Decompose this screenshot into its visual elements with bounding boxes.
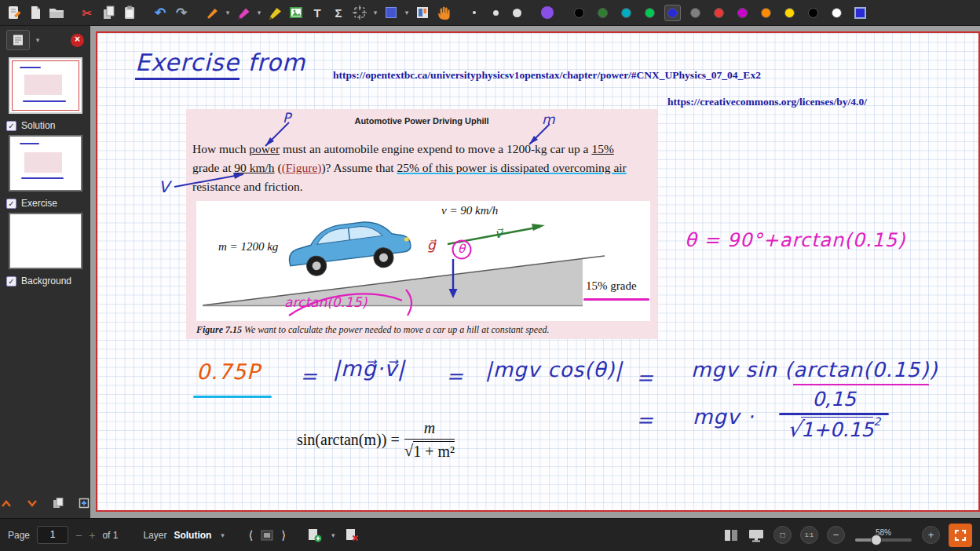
page-number-input[interactable]: 1 <box>37 526 68 544</box>
stroke-medium-icon <box>493 10 499 16</box>
shape-options-chevron[interactable]: ▾ <box>403 9 411 16</box>
eraser-icon <box>267 5 283 20</box>
zoom-out-button[interactable]: − <box>827 526 845 544</box>
move-layer-up-button[interactable] <box>0 494 16 512</box>
check-icon: ✓ <box>8 199 14 208</box>
highlighter-tool-button[interactable] <box>234 2 253 23</box>
layer-thumbnail[interactable] <box>9 135 82 192</box>
color-swatch[interactable] <box>784 8 795 18</box>
color-swatch[interactable] <box>737 8 748 18</box>
equals-sign: = <box>300 364 318 388</box>
color-swatch-selected[interactable] <box>664 5 681 21</box>
merge-icon <box>78 497 90 509</box>
statusbar-right: □ 1:1 − 58% + <box>723 524 972 547</box>
pen-tool-button[interactable] <box>203 2 221 23</box>
heading-word: from <box>247 49 305 76</box>
redo-button[interactable]: ↷ <box>172 2 191 23</box>
color-swatch[interactable] <box>621 8 631 18</box>
paste-button[interactable] <box>120 2 139 23</box>
stroke-fine-button[interactable] <box>465 2 484 23</box>
figure-link[interactable]: (Figure) <box>282 161 322 174</box>
preview-panel-button[interactable] <box>6 30 30 50</box>
zoom-slider-handle[interactable] <box>871 535 882 546</box>
color-swatch[interactable] <box>574 8 584 18</box>
eraser-tool-button[interactable] <box>265 2 284 23</box>
current-layer-dropdown[interactable]: Solution <box>174 530 211 541</box>
layout-view-icon <box>415 5 430 20</box>
copy-button[interactable] <box>99 2 118 23</box>
zoom-in-button[interactable]: + <box>922 526 940 544</box>
color-picker-button[interactable] <box>538 2 557 23</box>
add-layer-button[interactable] <box>306 527 322 543</box>
car-illustration <box>286 217 413 279</box>
close-sidebar-button[interactable]: × <box>71 34 84 47</box>
selection-options-chevron[interactable]: ▾ <box>371 9 379 16</box>
layer-dropdown-chevron[interactable]: ▾ <box>218 531 226 539</box>
zoom-fit-button[interactable]: □ <box>773 526 792 544</box>
layer-row-exercise[interactable]: ✓ Exercise <box>0 192 90 209</box>
layer-label: Background <box>21 276 71 286</box>
page-increment-button[interactable]: + <box>89 529 95 542</box>
move-layer-down-button[interactable] <box>23 494 42 512</box>
layer-checkbox[interactable]: ✓ <box>6 276 16 286</box>
copy-icon <box>101 5 116 20</box>
color-picker-icon <box>541 6 554 19</box>
color-swatch[interactable] <box>761 8 771 18</box>
latex-lhs: sin(arctan(m)) = <box>297 431 400 449</box>
page-thumbnail[interactable] <box>9 57 82 114</box>
layer-checkbox[interactable]: ✓ <box>6 121 16 131</box>
next-layer-button[interactable]: ⟩ <box>281 528 286 542</box>
zoom-slider[interactable] <box>855 538 912 542</box>
page-decrement-button[interactable]: − <box>75 529 82 542</box>
text-tool-button[interactable]: T <box>308 2 327 23</box>
image-tool-button[interactable] <box>287 2 305 23</box>
layout-view-button[interactable] <box>413 2 432 23</box>
math-tex-tool-button[interactable]: Σ <box>329 2 348 23</box>
canvas-page[interactable]: Exercise from https://opentextbc.ca/univ… <box>96 31 980 512</box>
layer-preview-icon[interactable] <box>260 529 274 542</box>
source-link[interactable]: https://opentextbc.ca/universityphysicsv… <box>333 69 761 82</box>
add-layer-chevron[interactable]: ▾ <box>329 531 337 539</box>
open-folder-button[interactable] <box>47 2 66 23</box>
selection-tool-button[interactable] <box>350 2 369 23</box>
dual-page-view-button[interactable] <box>723 528 739 542</box>
journal-button[interactable] <box>5 2 24 23</box>
arctan-annotation: arctan(0.15) <box>284 294 367 310</box>
new-page-button[interactable] <box>26 2 45 23</box>
license-link[interactable]: https://creativecommons.org/licenses/by/… <box>667 96 867 108</box>
merge-layer-button[interactable] <box>75 494 93 512</box>
delete-layer-button[interactable] <box>344 527 360 543</box>
new-page-icon <box>27 5 43 20</box>
undo-button[interactable]: ↶ <box>151 2 170 23</box>
thumbnail-stroke <box>20 143 39 144</box>
layer-checkbox[interactable]: ✓ <box>6 199 16 209</box>
preview-panel-chevron[interactable]: ▾ <box>34 36 42 44</box>
cut-button[interactable]: ✂ <box>78 2 97 23</box>
shape-tool-button[interactable] <box>382 2 400 23</box>
problem-title: Automotive Power Driving Uphill <box>186 109 657 126</box>
presentation-mode-button[interactable] <box>748 528 765 542</box>
layer-label: Solution <box>21 120 55 131</box>
previous-layer-button[interactable]: ⟨ <box>248 528 253 542</box>
color-swatch[interactable] <box>645 8 655 18</box>
highlighter-options-chevron[interactable]: ▾ <box>255 9 263 16</box>
custom-color-button[interactable] <box>854 7 866 19</box>
color-swatch[interactable] <box>598 8 608 18</box>
stroke-medium-button[interactable] <box>486 2 505 23</box>
fullscreen-button[interactable] <box>949 524 972 547</box>
hand-tool-button[interactable] <box>434 2 453 23</box>
duplicate-layer-button[interactable] <box>49 494 68 512</box>
layer-row-background[interactable]: ✓ Background <box>0 269 90 286</box>
latex-fraction: m √1 + m² <box>404 419 455 461</box>
stroke-thick-button[interactable] <box>507 2 526 23</box>
color-swatch[interactable] <box>690 8 700 18</box>
pen-options-chevron[interactable]: ▾ <box>224 9 232 16</box>
layer-row-solution[interactable]: ✓ Solution <box>0 114 90 131</box>
handwritten-heading: Exercise from <box>135 49 305 76</box>
color-swatch[interactable] <box>714 8 724 18</box>
zoom-original-button[interactable]: 1:1 <box>800 526 818 544</box>
layer-thumbnail-background[interactable] <box>9 213 82 269</box>
annotation-v: V <box>159 177 170 196</box>
color-swatch[interactable] <box>808 8 818 18</box>
color-swatch[interactable] <box>832 8 842 18</box>
